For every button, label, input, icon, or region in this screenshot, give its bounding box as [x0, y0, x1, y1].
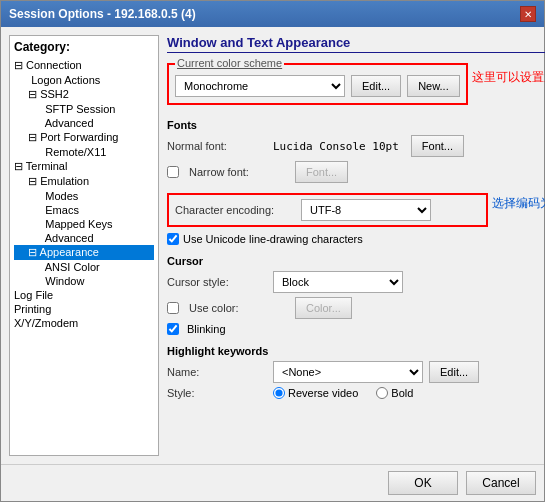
annotation-skin: 这里可以设置皮肤	[472, 63, 545, 86]
fonts-section: Fonts Normal font: Lucida Console 10pt F…	[167, 119, 545, 183]
sidebar-item-port-forwarding[interactable]: ⊟ Port Forwarding	[14, 130, 154, 145]
sidebar-item-emacs[interactable]: Emacs	[14, 203, 154, 217]
sidebar-item-log-file[interactable]: Log File	[14, 288, 154, 302]
category-label: Category:	[14, 40, 154, 54]
title-bar: Session Options - 192.168.0.5 (4) ✕	[1, 1, 544, 27]
sidebar-item-ssh2[interactable]: ⊟ SSH2	[14, 87, 154, 102]
main-content: Category: ⊟ Connection Logon Actions ⊟ S…	[1, 27, 544, 464]
highlight-style-label: Style:	[167, 387, 267, 399]
cursor-style-label: Cursor style:	[167, 276, 267, 288]
annotation-encoding: 选择编码为utf-8	[492, 191, 545, 212]
highlight-section: Highlight keywords Name: <None> Edit... …	[167, 345, 545, 399]
unicode-checkbox[interactable]	[167, 233, 179, 245]
narrow-font-button[interactable]: Font...	[295, 161, 348, 183]
narrow-font-label: Narrow font:	[189, 166, 289, 178]
cancel-button[interactable]: Cancel	[466, 471, 536, 495]
color-scheme-section: Current color scheme Monochrome Edit... …	[167, 63, 468, 105]
expander-connection: ⊟	[14, 59, 26, 71]
sidebar-item-connection[interactable]: ⊟ Connection	[14, 58, 154, 73]
sidebar-item-mapped-keys[interactable]: Mapped Keys	[14, 217, 154, 231]
normal-font-value: Lucida Console 10pt	[273, 140, 399, 153]
cursor-style-select[interactable]: Block Underline Vertical Bar	[273, 271, 403, 293]
highlight-name-label: Name:	[167, 366, 267, 378]
bottom-buttons: OK Cancel	[1, 464, 544, 501]
sidebar-item-appearance[interactable]: ⊟ Appearance	[14, 245, 154, 260]
ok-button[interactable]: OK	[388, 471, 458, 495]
sidebar-item-ansi-color[interactable]: ANSI Color	[14, 260, 154, 274]
cursor-color-button[interactable]: Color...	[295, 297, 352, 319]
sidebar-item-xyz-modem[interactable]: X/Y/Zmodem	[14, 316, 154, 330]
sidebar-item-remote-x11[interactable]: Remote/X11	[14, 145, 154, 159]
encoding-select[interactable]: UTF-8	[301, 199, 431, 221]
sidebar-item-advanced[interactable]: Advanced	[14, 116, 154, 130]
narrow-font-checkbox[interactable]	[167, 166, 179, 178]
sidebar-item-logon-actions[interactable]: Logon Actions	[14, 73, 154, 87]
cursor-use-color-label: Use color:	[189, 302, 289, 314]
encoding-label: Character encoding:	[175, 204, 295, 216]
cursor-blinking-checkbox[interactable]	[167, 323, 179, 335]
close-button[interactable]: ✕	[520, 6, 536, 22]
unicode-label: Use Unicode line-drawing characters	[183, 233, 363, 245]
unicode-checkbox-row: Use Unicode line-drawing characters	[167, 233, 488, 245]
normal-font-button[interactable]: Font...	[411, 135, 464, 157]
sidebar-item-sftp-session[interactable]: SFTP Session	[14, 102, 154, 116]
highlight-label: Highlight keywords	[167, 345, 545, 357]
normal-font-label: Normal font:	[167, 140, 267, 152]
sidebar-item-printing[interactable]: Printing	[14, 302, 154, 316]
bold-label: Bold	[376, 387, 413, 399]
sidebar-item-advanced2[interactable]: Advanced	[14, 231, 154, 245]
color-scheme-label: Current color scheme	[175, 57, 284, 69]
category-panel: Category: ⊟ Connection Logon Actions ⊟ S…	[9, 35, 159, 456]
cursor-section: Cursor Cursor style: Block Underline Ver…	[167, 255, 545, 335]
sidebar-item-modes[interactable]: Modes	[14, 189, 154, 203]
main-window: Session Options - 192.168.0.5 (4) ✕ Cate…	[0, 0, 545, 502]
highlight-edit-button[interactable]: Edit...	[429, 361, 479, 383]
cursor-blinking-label: Blinking	[187, 323, 226, 335]
window-title: Session Options - 192.168.0.5 (4)	[9, 7, 196, 21]
color-scheme-edit-button[interactable]: Edit...	[351, 75, 401, 97]
sidebar-item-window[interactable]: Window	[14, 274, 154, 288]
sidebar-item-emulation[interactable]: ⊟ Emulation	[14, 174, 154, 189]
bold-radio[interactable]	[376, 387, 388, 399]
right-panel: Window and Text Appearance Current color…	[167, 35, 545, 456]
reverse-video-radio[interactable]	[273, 387, 285, 399]
color-scheme-select[interactable]: Monochrome	[175, 75, 345, 97]
section-title: Window and Text Appearance	[167, 35, 545, 53]
highlight-name-select[interactable]: <None>	[273, 361, 423, 383]
color-scheme-new-button[interactable]: New...	[407, 75, 460, 97]
sidebar-item-terminal[interactable]: ⊟ Terminal	[14, 159, 154, 174]
cursor-label: Cursor	[167, 255, 545, 267]
reverse-video-label: Reverse video	[273, 387, 358, 399]
cursor-use-color-checkbox[interactable]	[167, 302, 179, 314]
cursor-blinking-row: Blinking	[167, 323, 545, 335]
fonts-label: Fonts	[167, 119, 545, 131]
encoding-section: Character encoding: UTF-8	[167, 193, 488, 227]
